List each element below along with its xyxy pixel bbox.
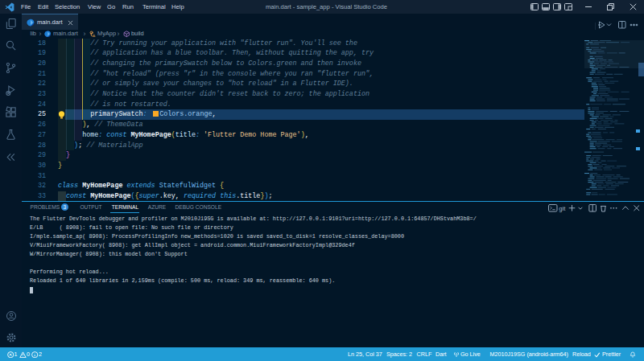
svg-text:git: git	[559, 205, 566, 212]
